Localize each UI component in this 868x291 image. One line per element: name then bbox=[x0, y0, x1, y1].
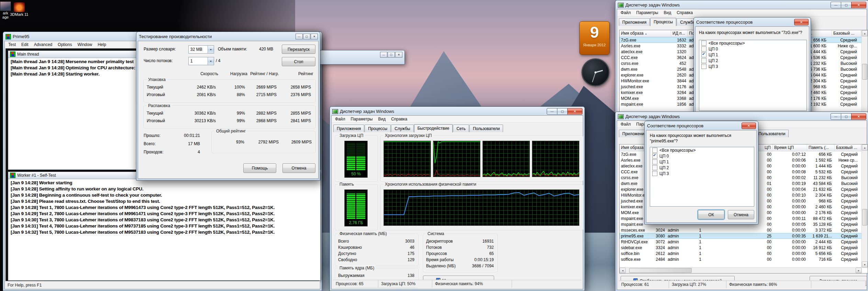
maximize-button[interactable]: ▢ bbox=[841, 113, 852, 120]
menu-item-Help[interactable]: Help bbox=[95, 41, 109, 48]
process-row[interactable]: sidebar.exe3324admin1000:00:0016 912 КБС… bbox=[620, 245, 868, 251]
process-row[interactable]: prime95.exe3080admin1250:00:351 639 21..… bbox=[620, 233, 868, 239]
minimize-icon[interactable]: — bbox=[380, 52, 387, 58]
menu-item-Window[interactable]: Window bbox=[75, 41, 95, 48]
column-pid[interactable]: ИД п... bbox=[671, 30, 688, 37]
affinity-option[interactable]: ЦП 2 bbox=[650, 165, 754, 171]
menu-item-Файл[interactable]: Файл bbox=[332, 116, 348, 123]
scroll-down-icon[interactable]: ▼ bbox=[862, 261, 868, 268]
maximize-button[interactable]: ▢ bbox=[557, 108, 568, 115]
background-window-strip[interactable]: — ▢ ✕ bbox=[320, 50, 405, 65]
affinity-prime95-titlebar[interactable]: Соответствие процессоров ✕ bbox=[645, 121, 758, 130]
menu-item-Файл[interactable]: Файл bbox=[618, 9, 634, 16]
checkbox[interactable] bbox=[701, 46, 706, 51]
affinity-7zg-titlebar[interactable]: Соответствие процессоров ✕ bbox=[694, 18, 811, 26]
maximize-button[interactable]: ▢ bbox=[841, 2, 852, 8]
cancel-button[interactable]: Отмена bbox=[728, 210, 754, 219]
close-button[interactable]: ✕ bbox=[794, 19, 809, 25]
close-button[interactable]: ✕ bbox=[851, 2, 866, 8]
minimize-button[interactable]: — bbox=[831, 2, 841, 8]
minimize-button[interactable]: — bbox=[831, 113, 841, 120]
affinity-option[interactable]: ЦП 3 bbox=[699, 63, 806, 69]
checkbox[interactable] bbox=[652, 148, 657, 153]
tab-Сеть[interactable]: Сеть bbox=[453, 125, 469, 132]
threads-select[interactable]: 1 ▼ bbox=[188, 57, 214, 65]
menu-item-Вид[interactable]: Вид bbox=[661, 9, 674, 16]
checkbox[interactable] bbox=[652, 165, 657, 170]
taskmgr-top-titlebar[interactable]: Диспетчер задач Windows — ▢ ✕ bbox=[615, 0, 868, 9]
scroll-up-icon[interactable]: ▲ bbox=[862, 30, 868, 36]
affinity-option[interactable]: ЦП 1 bbox=[650, 159, 754, 165]
benchmark-titlebar[interactable]: Тестирование производительности — ▢ ✕ bbox=[136, 32, 320, 40]
scrollbar-thumb[interactable] bbox=[862, 64, 867, 80]
affinity-option[interactable]: ЦП 0 bbox=[699, 46, 806, 52]
column-priority[interactable]: Базовый ... bbox=[835, 144, 861, 151]
scroll-up-icon[interactable]: ▲ bbox=[862, 144, 868, 151]
taskmgr-proc-titlebar[interactable]: Диспетчер задач Windows — ▢ ✕ bbox=[615, 112, 868, 120]
horizontal-scrollbar[interactable]: ◄ ► bbox=[620, 267, 862, 273]
tab-Приложения[interactable]: Приложения bbox=[619, 18, 650, 26]
menu-item-Файл[interactable]: Файл bbox=[618, 121, 634, 128]
scrollbar-thumb[interactable] bbox=[862, 209, 867, 225]
close-button[interactable]: ✕ bbox=[851, 113, 866, 120]
help-button[interactable]: Помощь bbox=[243, 163, 276, 173]
checkbox[interactable] bbox=[652, 159, 657, 164]
menu-item-Параметры[interactable]: Параметры bbox=[634, 9, 661, 16]
ok-button[interactable]: ОК bbox=[698, 210, 724, 219]
tab-Процессы[interactable]: Процессы bbox=[650, 18, 676, 26]
maximize-icon[interactable]: ▢ bbox=[303, 34, 310, 39]
tab-Службы[interactable]: Службы bbox=[391, 125, 413, 132]
tab-Быстродействие[interactable]: Быстродействие bbox=[414, 124, 453, 132]
process-row[interactable]: soffice.bin2612admin1000:00:005 656 КБСр… bbox=[620, 251, 868, 256]
checkbox[interactable] bbox=[652, 171, 657, 176]
tab-Пользователи[interactable]: Пользователи bbox=[469, 125, 503, 132]
minimize-icon[interactable]: — bbox=[296, 34, 303, 39]
menu-item-Справка[interactable]: Справка bbox=[388, 116, 410, 123]
scroll-right-icon[interactable]: ► bbox=[856, 268, 862, 273]
worker-log[interactable]: [Jan 9 14:28] Worker starting[Jan 9 14:2… bbox=[9, 179, 320, 280]
menu-item-Параметры[interactable]: Параметры bbox=[348, 116, 376, 123]
close-icon[interactable]: ✕ bbox=[311, 34, 318, 39]
vertical-scrollbar[interactable]: ▲ ▼ bbox=[861, 144, 868, 268]
checkbox[interactable] bbox=[701, 58, 706, 63]
scrollbar-thumb[interactable] bbox=[629, 268, 692, 273]
process-row[interactable]: RtHDVCpl.exe3072admin1000:00:002 444 КБС… bbox=[620, 239, 868, 245]
tab-Приложения[interactable]: Приложения bbox=[333, 125, 364, 132]
menu-item-Справка[interactable]: Справка bbox=[674, 9, 695, 16]
menu-item-Edit[interactable]: Edit bbox=[19, 41, 31, 48]
stop-button[interactable]: Стоп bbox=[282, 57, 315, 66]
close-icon[interactable]: ✕ bbox=[395, 52, 402, 58]
close-button[interactable]: ✕ bbox=[567, 108, 582, 115]
clock-gadget[interactable] bbox=[581, 58, 610, 86]
desktop-icon-3dmark11[interactable]: 3DMark 11 bbox=[8, 2, 30, 16]
checkbox[interactable] bbox=[652, 153, 657, 159]
checkbox[interactable] bbox=[701, 52, 706, 57]
column-image-name[interactable]: Имя образа▲ bbox=[620, 30, 671, 37]
process-row[interactable]: soffice.exe2484admin1000:00:00716 КБСред… bbox=[620, 256, 868, 262]
affinity-option[interactable]: ЦП 1 bbox=[699, 52, 806, 58]
restart-button[interactable]: Перезапуск bbox=[282, 45, 315, 54]
scroll-left-icon[interactable]: ◄ bbox=[620, 268, 626, 273]
tab-Пользователи[interactable]: Пользователи bbox=[755, 130, 789, 137]
menu-item-Test[interactable]: Test bbox=[5, 41, 19, 48]
checkbox[interactable] bbox=[701, 40, 706, 46]
affinity-option[interactable]: ЦП 0 bbox=[650, 153, 754, 159]
affinity-option[interactable]: <Все процессоры> bbox=[699, 40, 806, 46]
column-priority[interactable]: Базовый ... bbox=[832, 30, 861, 37]
minimize-button[interactable]: — bbox=[547, 108, 557, 115]
process-row[interactable]: msseces.exe3024admin1000:00:003 372 КБСр… bbox=[620, 227, 868, 233]
cancel-button[interactable]: Отмена bbox=[282, 163, 315, 173]
affinity-option[interactable]: ЦП 3 bbox=[650, 171, 754, 176]
checkbox[interactable] bbox=[701, 64, 706, 69]
menu-item-Advanced[interactable]: Advanced bbox=[31, 41, 55, 48]
column-cpu-time[interactable]: Время ЦП bbox=[773, 144, 807, 151]
affinity-option[interactable]: <Все процессоры> bbox=[650, 147, 754, 153]
menu-item-Options[interactable]: Options bbox=[55, 41, 75, 48]
column-memory[interactable]: Память (... bbox=[807, 144, 835, 151]
menu-item-Вид[interactable]: Вид bbox=[375, 116, 388, 123]
calendar-gadget[interactable]: 9 Января 2012 bbox=[579, 21, 610, 55]
affinity-option[interactable]: ЦП 2 bbox=[699, 58, 806, 63]
restore-icon[interactable]: ▢ bbox=[388, 52, 395, 58]
dictionary-size-select[interactable]: 32 MB ▼ bbox=[188, 45, 214, 54]
taskmgr-perf-titlebar[interactable]: Диспетчер задач Windows — ▢ ✕ bbox=[330, 107, 585, 115]
